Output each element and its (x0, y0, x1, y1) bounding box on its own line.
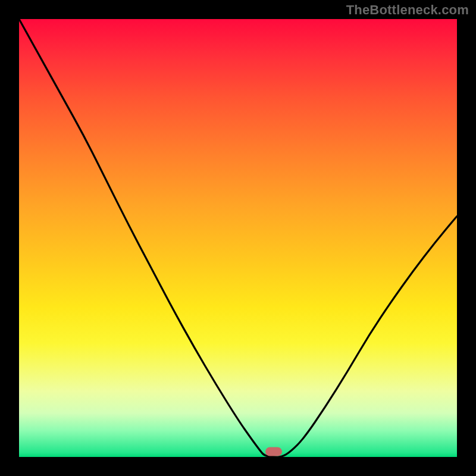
minimum-marker (265, 447, 282, 456)
bottleneck-curve (19, 19, 457, 457)
chart-frame: TheBottleneck.com (0, 0, 476, 476)
watermark-text: TheBottleneck.com (346, 2, 469, 18)
plot-area (19, 19, 457, 457)
